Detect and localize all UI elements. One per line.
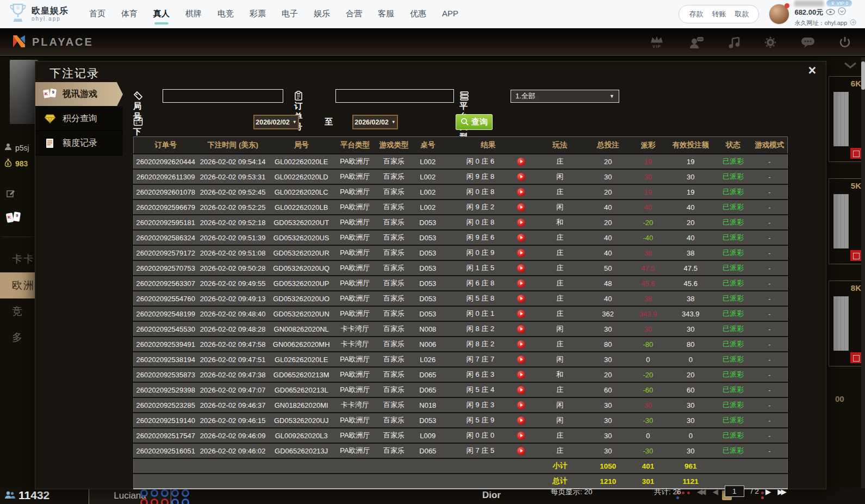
- replay-play-icon[interactable]: [517, 356, 525, 364]
- page-number-input[interactable]: 1: [725, 486, 744, 497]
- wallet-button-1[interactable]: 存款: [689, 9, 703, 19]
- replay-play-icon[interactable]: [517, 325, 525, 333]
- replay-play-icon[interactable]: [517, 401, 525, 409]
- table-row: 2602020925394912026-02-02 09:47:58GN0062…: [134, 337, 788, 352]
- replay-play-icon[interactable]: [517, 158, 525, 166]
- close-icon[interactable]: ×: [808, 64, 816, 77]
- modal-content: 局号 订单号 平台类型 1.全部 ▼: [123, 82, 822, 487]
- nav-item-4[interactable]: 棋牌: [185, 9, 202, 19]
- replay-play-icon[interactable]: [517, 249, 525, 257]
- brand-domain: ohyl.app: [32, 16, 69, 22]
- cell-platform: PA欧洲厅: [334, 245, 375, 260]
- settings-icon[interactable]: [764, 36, 777, 49]
- nav-item-3[interactable]: 真人: [153, 9, 170, 19]
- date-to-select[interactable]: 2026/02/02▼: [352, 115, 398, 129]
- replay-play-icon[interactable]: [517, 188, 525, 196]
- user-avatar[interactable]: [769, 4, 789, 24]
- first-page-icon[interactable]: ◀◀: [697, 487, 706, 496]
- order-number-input[interactable]: [335, 89, 454, 103]
- chevron-down-icon[interactable]: [843, 61, 857, 71]
- sidebar-tab-2[interactable]: 积分查询: [35, 107, 123, 131]
- replay-play-icon[interactable]: [517, 295, 525, 303]
- screen: p5sj $ 983 K9 卡卡欧洲竞多 6K5K8K 00 11432 Luc…: [0, 0, 865, 504]
- nav-item-12[interactable]: APP: [442, 9, 458, 19]
- cell-payout: 30: [630, 169, 667, 184]
- replay-play-icon[interactable]: [517, 203, 525, 211]
- replay-play-icon[interactable]: [517, 310, 525, 318]
- prev-page-icon[interactable]: ◀: [712, 487, 718, 496]
- cell-payout: 19: [630, 184, 667, 200]
- wallet-button-2[interactable]: 转账: [712, 9, 726, 19]
- panel-roadmap: [833, 194, 849, 248]
- scrollbar[interactable]: [861, 57, 865, 504]
- cell-game-mode: -: [752, 154, 788, 169]
- cell-game-mode: -: [752, 215, 788, 230]
- wallet-button-3[interactable]: 取款: [735, 9, 749, 19]
- to-label: 至: [325, 117, 333, 127]
- cell-game-type: 百家乐: [375, 215, 412, 230]
- chat-icon[interactable]: [801, 36, 815, 48]
- table-row: 2602020925707532026-02-02 09:50:28GD0532…: [134, 260, 788, 276]
- clipboard-icon: [294, 91, 303, 101]
- cell-total-bet: 40: [586, 230, 629, 245]
- eye-icon[interactable]: [826, 8, 835, 17]
- nav-item-10[interactable]: 客服: [378, 9, 394, 19]
- replay-play-icon[interactable]: [517, 386, 525, 394]
- next-page-icon[interactable]: ▶: [766, 487, 771, 496]
- vip-icon[interactable]: VIP: [649, 35, 665, 49]
- nav-item-7[interactable]: 电子: [282, 9, 298, 19]
- vip-badge: ♛VIP 0: [826, 0, 852, 7]
- replay-play-icon[interactable]: [517, 371, 525, 379]
- music-icon[interactable]: [728, 36, 740, 49]
- nav-item-8[interactable]: 娱乐: [314, 9, 330, 19]
- edit-icon[interactable]: [7, 189, 15, 200]
- last-page-icon[interactable]: ▶▶: [777, 487, 787, 496]
- cell-game-type: 百家乐: [375, 245, 412, 260]
- replay-play-icon[interactable]: [517, 264, 525, 272]
- refresh-chevron-icon[interactable]: [838, 7, 846, 17]
- cell-platform: 卡卡湾厅: [334, 321, 375, 337]
- scrollbar-thumb[interactable]: [861, 61, 865, 90]
- cell-status: 已派彩: [715, 367, 752, 382]
- cell-bet-time: 2026-02-02 09:49:55: [198, 276, 268, 291]
- power-icon[interactable]: [839, 36, 851, 49]
- cell-table-no: D065: [412, 382, 443, 397]
- support-icon[interactable]: [689, 36, 704, 49]
- cell-status: 已派彩: [715, 291, 752, 306]
- platform-type-select[interactable]: 1.全部 ▼: [511, 90, 619, 103]
- cell-total-bet: 60: [586, 382, 629, 397]
- search-button[interactable]: 查询: [456, 114, 493, 130]
- sidebar-tab-3[interactable]: 额度记录: [35, 131, 123, 155]
- nav-item-11[interactable]: 优惠: [410, 9, 426, 19]
- brand-logo[interactable]: 欧皇娱乐 ohyl.app: [9, 3, 69, 26]
- replay-play-icon[interactable]: [517, 219, 525, 227]
- replay-play-icon[interactable]: [517, 340, 525, 349]
- replay-play-icon[interactable]: [517, 432, 525, 440]
- cell-play-type: 庄: [533, 337, 587, 352]
- nav-item-6[interactable]: 彩票: [250, 9, 266, 19]
- sidebar-tab-1[interactable]: K9视讯游戏: [35, 82, 123, 107]
- cell-payout: -80: [630, 337, 667, 352]
- cell-order: 260202092548199: [134, 306, 198, 321]
- nav-item-9[interactable]: 合营: [346, 9, 362, 19]
- cell-platform: PA欧洲厅: [334, 276, 375, 291]
- cell-bet-time: 2026-02-02 09:54:14: [198, 154, 268, 169]
- cell-result: 闲 9 庄 2: [443, 200, 533, 215]
- replay-play-icon[interactable]: [517, 173, 525, 181]
- cell-table-no: L002: [412, 184, 443, 200]
- nav-item-2[interactable]: 体育: [121, 9, 138, 19]
- replay-play-icon[interactable]: [517, 279, 525, 288]
- cell-game-mode: -: [752, 291, 788, 306]
- cell-result: 闲 0 庄 0: [443, 428, 533, 443]
- replay-play-icon[interactable]: [517, 416, 525, 425]
- replay-play-icon[interactable]: [517, 234, 525, 242]
- nav-item-5[interactable]: 电竞: [217, 9, 234, 19]
- notification-dot: [785, 3, 789, 8]
- date-from-select[interactable]: 2026/02/02▼: [253, 115, 299, 129]
- nav-item-1[interactable]: 首页: [89, 9, 105, 19]
- lobby-right-rail: 6K5K8K 00: [826, 57, 865, 504]
- link-icon[interactable]: [850, 18, 856, 28]
- replay-play-icon[interactable]: [517, 447, 525, 455]
- round-number-input[interactable]: [163, 89, 283, 103]
- cell-round: GD053262020UR: [268, 245, 335, 260]
